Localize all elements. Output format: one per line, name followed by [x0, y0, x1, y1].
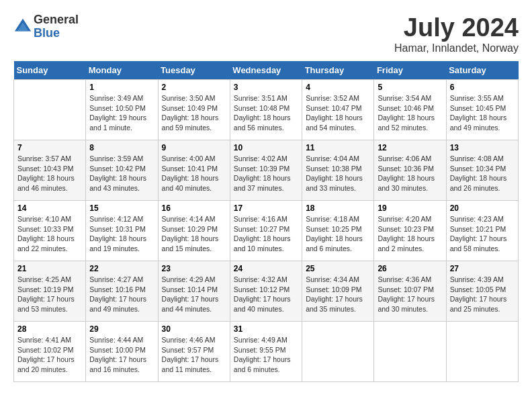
day-info: Sunrise: 4:32 AMSunset: 10:12 PMDaylight…: [234, 275, 298, 314]
day-cell: 4Sunrise: 3:52 AMSunset: 10:47 PMDayligh…: [302, 80, 374, 140]
day-number: 14: [17, 203, 82, 213]
day-info: Sunrise: 4:44 AMSunset: 10:00 PMDaylight…: [89, 335, 154, 375]
day-number: 6: [450, 83, 515, 92]
day-cell: 24Sunrise: 4:32 AMSunset: 10:12 PMDaylig…: [230, 261, 302, 322]
day-info: Sunrise: 4:36 AMSunset: 10:07 PMDaylight…: [378, 275, 442, 314]
logo-general-text: General: [34, 13, 79, 26]
day-cell: 16Sunrise: 4:14 AMSunset: 10:29 PMDaylig…: [158, 201, 230, 261]
day-info: Sunrise: 4:14 AMSunset: 10:29 PMDaylight…: [162, 214, 226, 254]
week-row-5: 28Sunrise: 4:41 AMSunset: 10:02 PMDaylig…: [14, 322, 519, 382]
day-number: 7: [17, 143, 82, 152]
week-row-3: 14Sunrise: 4:10 AMSunset: 10:33 PMDaylig…: [14, 201, 519, 261]
day-info: Sunrise: 4:16 AMSunset: 10:27 PMDaylight…: [234, 214, 298, 254]
day-number: 23: [162, 264, 226, 273]
weekday-header-monday: Monday: [86, 61, 158, 80]
day-cell: 31Sunrise: 4:49 AMSunset: 9:55 PMDayligh…: [230, 322, 302, 382]
day-cell: 21Sunrise: 4:25 AMSunset: 10:19 PMDaylig…: [14, 261, 86, 322]
day-info: Sunrise: 3:57 AMSunset: 10:43 PMDaylight…: [17, 154, 82, 193]
day-cell: 20Sunrise: 4:23 AMSunset: 10:21 PMDaylig…: [446, 201, 518, 261]
day-cell: 6Sunrise: 3:55 AMSunset: 10:45 PMDayligh…: [446, 80, 518, 140]
day-cell: 13Sunrise: 4:08 AMSunset: 10:34 PMDaylig…: [446, 140, 518, 201]
day-info: Sunrise: 3:59 AMSunset: 10:42 PMDaylight…: [89, 154, 154, 193]
weekday-header-friday: Friday: [374, 61, 446, 80]
day-number: 25: [306, 264, 370, 273]
day-cell: 30Sunrise: 4:46 AMSunset: 9:57 PMDayligh…: [158, 322, 230, 382]
day-cell: 23Sunrise: 4:29 AMSunset: 10:14 PMDaylig…: [158, 261, 230, 322]
day-cell: 17Sunrise: 4:16 AMSunset: 10:27 PMDaylig…: [230, 201, 302, 261]
day-info: Sunrise: 4:18 AMSunset: 10:25 PMDaylight…: [306, 214, 370, 254]
weekday-header-saturday: Saturday: [446, 61, 518, 80]
day-info: Sunrise: 4:20 AMSunset: 10:23 PMDaylight…: [378, 214, 442, 254]
weekday-header-row: SundayMondayTuesdayWednesdayThursdayFrid…: [14, 61, 519, 80]
day-number: 10: [234, 143, 298, 152]
day-info: Sunrise: 4:49 AMSunset: 9:55 PMDaylight:…: [234, 335, 298, 375]
day-number: 4: [306, 83, 370, 92]
day-cell: 22Sunrise: 4:27 AMSunset: 10:16 PMDaylig…: [86, 261, 158, 322]
day-cell: 19Sunrise: 4:20 AMSunset: 10:23 PMDaylig…: [374, 201, 446, 261]
day-number: 21: [17, 264, 82, 273]
day-cell: 28Sunrise: 4:41 AMSunset: 10:02 PMDaylig…: [14, 322, 86, 382]
day-cell: 5Sunrise: 3:54 AMSunset: 10:46 PMDayligh…: [374, 80, 446, 140]
day-cell: 14Sunrise: 4:10 AMSunset: 10:33 PMDaylig…: [14, 201, 86, 261]
page-header: General Blue July 2024 Hamar, Innlandet,…: [13, 13, 519, 54]
day-number: 2: [162, 83, 226, 92]
day-cell: 18Sunrise: 4:18 AMSunset: 10:25 PMDaylig…: [302, 201, 374, 261]
day-info: Sunrise: 4:29 AMSunset: 10:14 PMDaylight…: [162, 275, 226, 314]
week-row-1: 1Sunrise: 3:49 AMSunset: 10:50 PMDayligh…: [14, 80, 519, 140]
day-number: 9: [162, 143, 226, 152]
weekday-header-sunday: Sunday: [14, 61, 86, 80]
day-cell: 25Sunrise: 4:34 AMSunset: 10:09 PMDaylig…: [302, 261, 374, 322]
day-number: 22: [89, 264, 154, 273]
day-cell: 11Sunrise: 4:04 AMSunset: 10:38 PMDaylig…: [302, 140, 374, 201]
day-info: Sunrise: 4:08 AMSunset: 10:34 PMDaylight…: [450, 154, 515, 193]
day-cell: 29Sunrise: 4:44 AMSunset: 10:00 PMDaylig…: [86, 322, 158, 382]
day-cell: [302, 322, 374, 382]
day-number: 13: [450, 143, 515, 152]
week-row-4: 21Sunrise: 4:25 AMSunset: 10:19 PMDaylig…: [14, 261, 519, 322]
month-title: July 2024: [394, 13, 519, 42]
day-info: Sunrise: 4:02 AMSunset: 10:39 PMDaylight…: [234, 154, 298, 193]
day-info: Sunrise: 4:10 AMSunset: 10:33 PMDaylight…: [17, 214, 82, 254]
logo-blue-text: Blue: [34, 26, 60, 40]
weekday-header-tuesday: Tuesday: [158, 61, 230, 80]
day-info: Sunrise: 4:46 AMSunset: 9:57 PMDaylight:…: [162, 335, 226, 375]
logo: General Blue: [13, 13, 79, 40]
day-number: 31: [234, 324, 298, 334]
day-info: Sunrise: 4:06 AMSunset: 10:36 PMDaylight…: [378, 154, 442, 193]
day-number: 15: [89, 203, 154, 213]
title-block: July 2024 Hamar, Innlandet, Norway: [394, 13, 519, 54]
day-cell: [14, 80, 86, 140]
day-cell: 10Sunrise: 4:02 AMSunset: 10:39 PMDaylig…: [230, 140, 302, 201]
day-cell: 2Sunrise: 3:50 AMSunset: 10:49 PMDayligh…: [158, 80, 230, 140]
day-number: 28: [17, 324, 82, 334]
day-number: 18: [306, 203, 370, 213]
day-number: 8: [89, 143, 154, 152]
day-cell: [374, 322, 446, 382]
day-info: Sunrise: 3:52 AMSunset: 10:47 PMDaylight…: [306, 93, 370, 133]
logo-icon: [13, 17, 32, 36]
day-info: Sunrise: 4:27 AMSunset: 10:16 PMDaylight…: [89, 275, 154, 314]
week-row-2: 7Sunrise: 3:57 AMSunset: 10:43 PMDayligh…: [14, 140, 519, 201]
day-cell: 15Sunrise: 4:12 AMSunset: 10:31 PMDaylig…: [86, 201, 158, 261]
day-cell: 3Sunrise: 3:51 AMSunset: 10:48 PMDayligh…: [230, 80, 302, 140]
day-number: 5: [378, 83, 442, 92]
day-number: 29: [89, 324, 154, 334]
day-cell: 9Sunrise: 4:00 AMSunset: 10:41 PMDayligh…: [158, 140, 230, 201]
day-number: 16: [162, 203, 226, 213]
day-number: 27: [450, 264, 515, 273]
day-info: Sunrise: 4:23 AMSunset: 10:21 PMDaylight…: [450, 214, 515, 254]
weekday-header-thursday: Thursday: [302, 61, 374, 80]
day-cell: 26Sunrise: 4:36 AMSunset: 10:07 PMDaylig…: [374, 261, 446, 322]
day-cell: 7Sunrise: 3:57 AMSunset: 10:43 PMDayligh…: [14, 140, 86, 201]
day-number: 19: [378, 203, 442, 213]
day-number: 26: [378, 264, 442, 273]
day-info: Sunrise: 4:04 AMSunset: 10:38 PMDaylight…: [306, 154, 370, 193]
day-info: Sunrise: 3:50 AMSunset: 10:49 PMDaylight…: [162, 93, 226, 133]
day-cell: [446, 322, 518, 382]
day-number: 12: [378, 143, 442, 152]
day-number: 1: [89, 83, 154, 92]
day-info: Sunrise: 3:54 AMSunset: 10:46 PMDaylight…: [378, 93, 442, 133]
calendar-table: SundayMondayTuesdayWednesdayThursdayFrid…: [13, 61, 519, 382]
day-info: Sunrise: 4:34 AMSunset: 10:09 PMDaylight…: [306, 275, 370, 314]
day-cell: 27Sunrise: 4:39 AMSunset: 10:05 PMDaylig…: [446, 261, 518, 322]
